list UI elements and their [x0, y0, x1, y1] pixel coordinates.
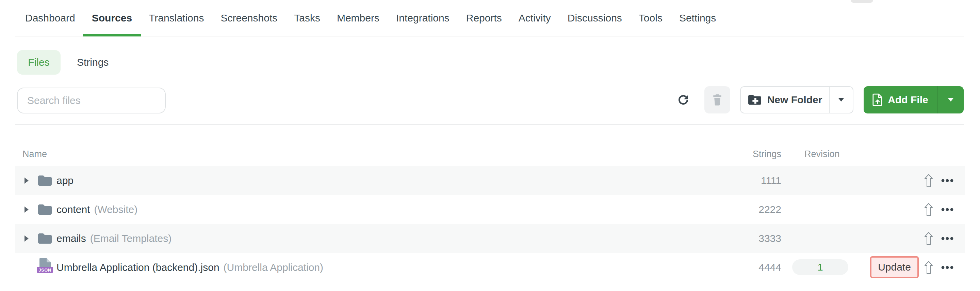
expand-caret-icon[interactable] [24, 235, 29, 241]
row-more-button[interactable] [938, 253, 956, 282]
nav-tab-tasks[interactable]: Tasks [294, 0, 320, 36]
file-note: (Umbrella Application) [224, 262, 323, 273]
nav-tab-sources-label: Sources [92, 12, 132, 24]
add-file-main[interactable]: Add File [864, 86, 937, 114]
active-tab-underline [83, 34, 141, 37]
json-badge: JSON [37, 267, 53, 273]
nav-tab-translations[interactable]: Translations [149, 0, 204, 36]
nav-tab-tools[interactable]: Tools [639, 0, 662, 36]
strings-count: 1111 [761, 166, 781, 195]
row-name: emails (Email Templates) [56, 224, 172, 253]
json-file-icon: JSON [37, 253, 54, 282]
ellipsis-icon [941, 208, 953, 211]
strings-count: 4444 [759, 253, 781, 282]
column-header-name: Name [22, 149, 47, 160]
expand-caret-icon[interactable] [24, 177, 29, 184]
upload-icon [924, 174, 933, 187]
table-row-content[interactable]: content (Website) 2222 [15, 195, 965, 224]
new-folder-main[interactable]: New Folder [741, 87, 829, 113]
file-name: Umbrella Application (backend).json [56, 262, 220, 273]
nav-tab-integrations[interactable]: Integrations [396, 0, 450, 36]
folder-name: app [56, 175, 73, 186]
search-input[interactable] [17, 88, 166, 114]
new-folder-dropdown[interactable] [829, 87, 853, 113]
ellipsis-icon [941, 266, 953, 269]
nav-tab-dashboard[interactable]: Dashboard [25, 0, 75, 36]
revision-badge[interactable]: 1 [792, 259, 848, 275]
upload-icon [924, 203, 933, 216]
files-table: app 1111 content (Websi [15, 166, 965, 282]
folder-plus-icon [748, 94, 762, 106]
nav-tab-discussions[interactable]: Discussions [568, 0, 622, 36]
row-more-button[interactable] [938, 224, 956, 253]
table-row-umbrella-json[interactable]: JSON Umbrella Application (backend).json… [15, 253, 965, 282]
row-more-button[interactable] [938, 166, 956, 195]
upload-icon [924, 232, 933, 245]
folder-name: emails [56, 233, 86, 244]
sources-files-page: Dashboard Sources Translations Screensho… [0, 0, 980, 291]
nav-tab-activity[interactable]: Activity [519, 0, 551, 36]
row-name: content (Website) [56, 195, 137, 224]
column-header-revision: Revision [804, 149, 840, 160]
update-button[interactable]: Update [870, 256, 919, 278]
strings-count: 2222 [759, 195, 781, 224]
view-toggle-strings[interactable]: Strings [77, 50, 108, 75]
upload-translations-button[interactable] [918, 224, 939, 253]
file-upload-icon [872, 93, 883, 107]
refresh-button[interactable] [675, 92, 692, 108]
nav-tab-reports[interactable]: Reports [466, 0, 502, 36]
folder-icon [37, 174, 52, 187]
new-folder-label: New Folder [767, 94, 822, 106]
nav-tab-settings[interactable]: Settings [679, 0, 716, 36]
table-row-emails[interactable]: emails (Email Templates) 3333 [15, 224, 965, 253]
toolbar-divider [15, 125, 964, 125]
folder-note: (Email Templates) [90, 233, 172, 244]
folder-icon [37, 203, 52, 216]
column-header-strings: Strings [753, 149, 781, 160]
refresh-icon [676, 93, 690, 107]
new-folder-button[interactable]: New Folder [740, 86, 853, 114]
nav-tab-screenshots[interactable]: Screenshots [221, 0, 277, 36]
upload-icon [924, 261, 933, 274]
expand-caret-icon[interactable] [24, 206, 29, 213]
add-file-dropdown[interactable] [937, 86, 964, 114]
delete-button-disabled[interactable] [705, 86, 730, 114]
nav-tab-sources[interactable]: Sources [92, 0, 132, 36]
nav-tab-members[interactable]: Members [337, 0, 379, 36]
add-file-label: Add File [888, 94, 928, 106]
add-file-button[interactable]: Add File [864, 86, 964, 114]
trash-icon [711, 93, 724, 106]
cut-off-top-element [851, 0, 873, 3]
row-name: Umbrella Application (backend).json (Umb… [56, 253, 323, 282]
row-more-button[interactable] [938, 195, 956, 224]
upload-translations-button[interactable] [918, 195, 939, 224]
project-nav: Dashboard Sources Translations Screensho… [15, 0, 964, 37]
view-toggle-files[interactable]: Files [17, 50, 60, 75]
table-row-app[interactable]: app 1111 [15, 166, 965, 195]
upload-translations-button[interactable] [918, 166, 939, 195]
caret-down-icon [838, 98, 844, 102]
folder-icon [37, 232, 52, 245]
strings-count: 3333 [759, 224, 781, 253]
ellipsis-icon [941, 179, 953, 182]
folder-name: content [56, 204, 90, 215]
ellipsis-icon [941, 237, 953, 240]
row-name: app [56, 166, 78, 195]
upload-translations-button[interactable] [918, 253, 939, 282]
caret-down-icon [948, 98, 953, 102]
folder-note: (Website) [94, 204, 137, 215]
